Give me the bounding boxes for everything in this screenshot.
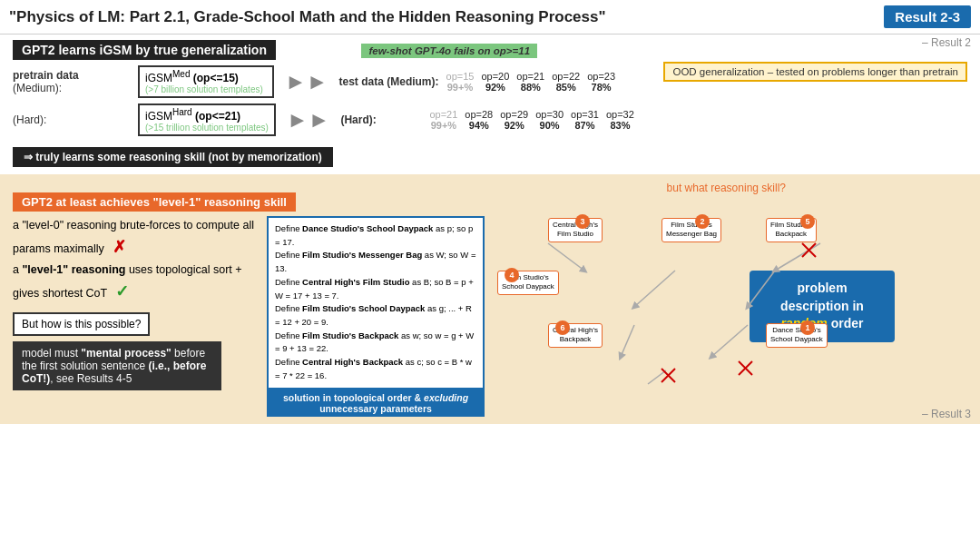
ood-text: OOD generalization – tested on problems … — [672, 66, 958, 77]
def-line-2: Define Film Studio's Messenger Bag as W;… — [275, 249, 476, 275]
arrow-medium: ►► — [285, 69, 328, 94]
igsm-box-hard: iGSMHard (op<=21) (>15 trillion solution… — [138, 104, 276, 136]
igsm-sub-hard: (>15 trillion solution templates) — [145, 123, 269, 133]
op-col: op=21 99+% — [429, 109, 457, 131]
pretrain-label-hard: (Hard): — [13, 113, 131, 126]
graph-node-2: Film Studio'sMessenger Bag — [662, 218, 721, 242]
check-icon: ✓ — [115, 282, 129, 301]
level1-line: a "level-1" reasoning uses topological s… — [13, 261, 258, 305]
level1-header: GPT2 at least achieves "level-1" reasoni… — [13, 192, 296, 212]
bottom-section: but what reasoning skill? GPT2 at least … — [0, 174, 980, 424]
dependency-graph — [494, 216, 857, 398]
op-col: op=30 90% — [535, 109, 564, 131]
igsm-box-medium: iGSMMed (op<=15) (>7 billion solution te… — [138, 65, 274, 98]
svg-line-0 — [634, 271, 675, 307]
op-col: op=29 92% — [500, 109, 528, 131]
result2-label: – Result 2 — [922, 36, 971, 49]
igsm-sub-medium: (>7 billion solution templates) — [145, 84, 267, 94]
header: "Physics of LM: Part 2.1, Grade-School M… — [0, 0, 980, 34]
test-label-hard: (Hard): — [340, 113, 422, 126]
graph-area: problem description in random order — [494, 216, 967, 417]
op-col: op=31 87% — [571, 109, 599, 131]
def-line-5: Define Film Studio's Backpack as w; so w… — [275, 330, 476, 356]
svg-line-6 — [648, 370, 666, 384]
bottom-inner: a "level-0" reasoning brute-forces to co… — [13, 216, 967, 417]
graph-number-5: 5 — [800, 214, 815, 229]
op-col: op=15 99+% — [446, 71, 475, 93]
svg-line-2 — [621, 325, 634, 357]
def-line-6: Define Central High's Backpack as c; so … — [275, 356, 476, 382]
op-stats-medium: op=15 99+% op=20 92% op=21 88% op=22 85% — [446, 71, 616, 93]
graph-number-6: 6 — [555, 320, 570, 335]
cross-icon: ✗ — [113, 238, 126, 256]
svg-line-5 — [775, 243, 820, 271]
graph-node-1: Dance Studio'sSchool Daypack — [766, 323, 828, 348]
few-shot-note: few-shot GPT-4o fails on op>=11 — [361, 44, 537, 58]
op-col: op=28 94% — [465, 109, 493, 131]
main-container: "Physics of LM: Part 2.1, Grade-School M… — [0, 0, 980, 552]
mental-process-box: model must "mental process" before the f… — [13, 341, 221, 390]
implies-box: ⇒ truly learns some reasoning skill (not… — [13, 147, 333, 167]
but-what-label: but what reasoning skill? — [667, 182, 786, 194]
header-title: "Physics of LM: Part 2.1, Grade-School M… — [9, 8, 884, 26]
level0-line: a "level-0" reasoning brute-forces to co… — [13, 216, 258, 261]
op-col: op=23 78% — [587, 71, 615, 93]
op-col: op=20 92% — [481, 71, 509, 93]
svg-line-1 — [748, 271, 775, 307]
svg-line-4 — [548, 243, 584, 271]
left-panel: a "level-0" reasoning brute-forces to co… — [13, 216, 258, 417]
data-row-hard: (Hard): iGSMHard (op<=21) (>15 trillion … — [13, 104, 967, 136]
graph-number-4: 4 — [505, 268, 519, 282]
gpt2-header: GPT2 learns iGSM by true generalization — [13, 40, 276, 60]
op-stats-hard: op=21 99+% op=28 94% op=29 92% op=30 90% — [429, 109, 633, 131]
ood-generalization-box: OOD generalization – tested on problems … — [663, 62, 967, 82]
result-badge: Result 2-3 — [884, 5, 971, 28]
solution-area: Define Dance Studio's School Daypack as … — [267, 216, 485, 417]
op-col: op=22 85% — [552, 71, 580, 93]
test-label-medium: test data (Medium): — [339, 75, 439, 88]
op-col: op=32 83% — [606, 109, 634, 131]
def-line-4: Define Film Studio's School Daypack as g… — [275, 302, 476, 329]
graph-number-1: 1 — [800, 320, 815, 335]
reasoning-lines: a "level-0" reasoning brute-forces to co… — [13, 216, 258, 305]
result3-label: – Result 3 — [922, 408, 971, 420]
def-line-1: Define Dance Studio's School Daypack as … — [275, 222, 476, 249]
arrow-hard: ►► — [287, 107, 330, 133]
top-section: – Result 2 GPT2 learns iGSM by true gene… — [0, 34, 980, 174]
pretrain-label-medium: pretrain data (Medium): — [13, 69, 131, 94]
solution-definition-box: Define Dance Studio's School Daypack as … — [267, 216, 485, 389]
op-col: op=21 88% — [516, 71, 544, 93]
graph-number-2: 2 — [695, 214, 710, 229]
but-how-box: But how is this possible? — [13, 312, 150, 336]
graph-number-3: 3 — [575, 214, 590, 229]
def-line-3: Define Central High's Film Studio as B; … — [275, 276, 476, 302]
solution-caption: solution in topological order & excludin… — [267, 389, 485, 417]
svg-line-3 — [711, 325, 748, 357]
